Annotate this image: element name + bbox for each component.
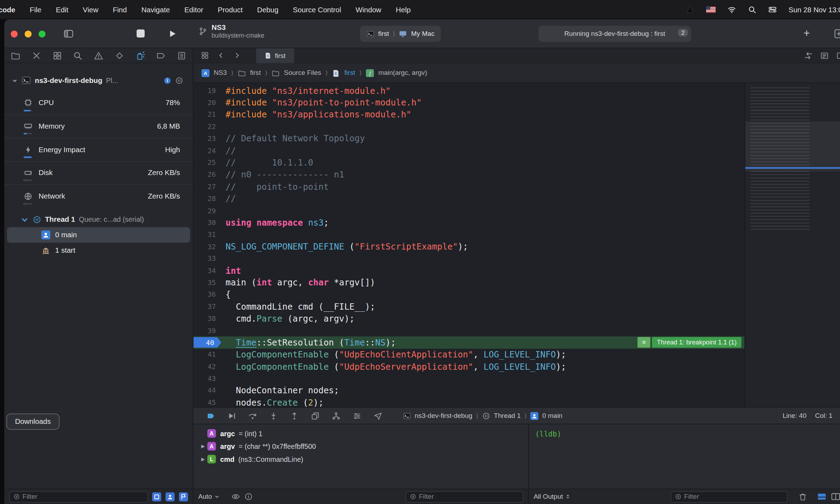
line-number[interactable]: 35 [193,279,221,287]
code-line-42[interactable]: 42 LogComponentEnable ("UdpEchoServerApp… [193,361,744,373]
line-number[interactable]: 19 [193,86,221,95]
code-line-32[interactable]: 32NS_LOG_COMPONENT_DEFINE ("FirstScriptE… [193,240,744,252]
chevron-down-icon[interactable] [20,215,29,224]
line-number[interactable]: 33 [193,254,221,263]
downloads-button[interactable]: Downloads [6,414,59,430]
code-line-21[interactable]: 21#include "ns3/applications-module.h" [193,109,744,121]
line-number[interactable]: 43 [193,375,221,383]
code-line-20[interactable]: 20#include "ns3/point-to-point-module.h" [193,97,744,109]
memory-graph-button[interactable] [331,411,341,420]
gauge-row-energy-impact[interactable]: Energy ImpactHigh [4,138,193,161]
code-line-23[interactable]: 23// Default Network Topology [193,133,744,144]
line-number[interactable]: 31 [193,231,221,239]
menu-item-edit[interactable]: Edit [56,6,68,14]
line-number[interactable]: 30 [193,219,221,227]
close-window-button[interactable] [11,31,18,38]
step-into-button[interactable] [269,411,278,420]
issue-navigator-tab[interactable] [94,51,103,60]
debug-navigator-tab[interactable] [135,51,145,60]
step-over-button[interactable] [248,411,257,420]
menu-item-editor[interactable]: Editor [185,6,203,14]
line-number[interactable]: 37 [193,303,221,311]
menu-item-window[interactable]: Window [356,6,381,14]
print-description-icon[interactable] [244,492,253,501]
breakpoint-annotation[interactable]: ≡Thread 1: breakpoint 1.1 (1) [638,337,741,348]
code-line-31[interactable]: 31 [193,228,744,240]
filter-crashed-blocks-button[interactable] [152,492,161,501]
toggle-navigator-icon[interactable] [63,28,74,39]
editor-options-icon[interactable] [820,51,829,60]
code-line-33[interactable]: 33 [193,253,744,265]
go-forward-icon[interactable] [233,51,241,59]
quicklook-eye-icon[interactable] [231,492,240,501]
code-line-29[interactable]: 29 [193,205,744,217]
navigator-filter-input[interactable]: Filter [9,491,148,502]
test-navigator-tab[interactable] [115,51,124,60]
gauge-row-memory[interactable]: Memory6,8 MB [4,114,193,137]
go-back-icon[interactable] [217,51,225,59]
search-icon[interactable] [748,5,756,14]
line-number[interactable]: 39 [193,327,221,335]
code-line-40[interactable]: 40 Time::SetResolution (Time::NS);≡Threa… [193,337,744,349]
debug-path-1[interactable]: Thread 1 [494,412,521,419]
line-number[interactable]: 29 [193,207,221,215]
simulate-location-button[interactable] [373,411,382,420]
related-items-icon[interactable] [201,51,209,59]
chevron-down-icon[interactable] [12,77,18,83]
clear-console-icon[interactable] [798,492,807,501]
gauge-row-network[interactable]: NetworkZero KB/s [4,184,193,207]
menu-app-name[interactable]: Xcode [0,6,15,14]
code-line-34[interactable]: 34int [193,265,744,277]
code-line-28[interactable]: 28// [193,193,744,205]
line-number[interactable]: 21 [193,111,221,119]
menu-item-file[interactable]: File [30,6,41,14]
minimize-window-button[interactable] [25,31,32,38]
code-line-22[interactable]: 22 [193,121,744,133]
step-out-button[interactable] [290,411,299,420]
show-console-pane-icon[interactable] [831,492,840,501]
library-icon[interactable] [834,28,840,39]
variable-row-argv[interactable]: ▶Aargv= (char **) 0x7ffeefbff500 [193,440,528,453]
swap-editors-icon[interactable] [804,51,813,60]
breadcrumb-2[interactable]: Source Files [284,69,321,77]
scheme-selector[interactable]: first ⟩ My Mac [360,26,441,42]
line-number[interactable]: 42 [193,362,221,370]
breadcrumb-3[interactable]: first [344,69,355,77]
code-line-36[interactable]: 36{ [193,289,744,301]
code-line-26[interactable]: 26// n0 -------------- n1 [193,169,744,181]
menu-item-help[interactable]: Help [396,6,411,14]
find-navigator-tab[interactable] [73,51,83,60]
line-number[interactable]: 32 [193,243,221,251]
symbol-navigator-tab[interactable] [52,51,62,60]
issue-count-badge[interactable]: 2 [678,29,688,36]
line-number[interactable]: 44 [193,387,221,395]
show-variables-pane-icon[interactable] [817,492,826,501]
breadcrumb-0[interactable]: NS3 [214,69,227,77]
scope-selector[interactable]: Auto [198,493,220,500]
us-flag-icon[interactable] [706,6,716,13]
control-center-icon[interactable] [768,5,777,14]
zoom-window-button[interactable] [39,31,46,38]
menu-item-navigate[interactable]: Navigate [141,6,170,14]
info-icon[interactable] [163,76,172,84]
code-line-27[interactable]: 27// point-to-point [193,181,744,193]
menu-item-debug[interactable]: Debug [257,6,279,14]
view-hierarchy-button[interactable] [311,411,320,420]
output-selector[interactable]: All Output [534,493,570,500]
debug-path-0[interactable]: ns3-dev-first-debug [415,412,472,419]
tab-first[interactable]: C first [256,48,294,63]
variable-row-cmd[interactable]: ▶Lcmd(ns3::CommandLine) [193,453,528,466]
line-number[interactable]: 36 [193,291,221,299]
line-number[interactable]: 27 [193,182,221,190]
project-status[interactable]: NS3 buildsystem-cmake [198,24,264,39]
stop-button[interactable] [137,30,145,38]
report-navigator-tab[interactable] [177,51,186,60]
gauge-row-cpu[interactable]: CPU78% [4,91,193,114]
debug-path-2[interactable]: 0 main [542,412,562,419]
code-line-35[interactable]: 35main (int argc, char *argv[]) [193,277,744,289]
console-output[interactable]: (lldb) [529,424,840,489]
activity-viewer[interactable]: Running ns3-dev-first-debug : first 2 [538,26,691,42]
menu-item-view[interactable]: View [83,6,98,14]
line-number[interactable]: 26 [193,170,221,179]
variables-filter-input[interactable]: Filter [406,491,523,502]
